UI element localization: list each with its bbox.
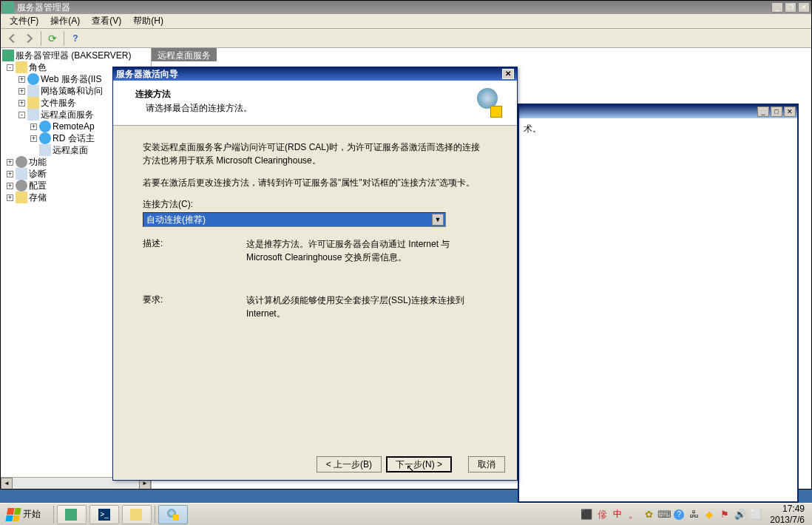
taskbar: 开始 >_ ⬛ 傪 中 。 ✿ ⌨ ? 🖧 ◆ ⚑ 🔊 ⬜ 17:49 2013… xyxy=(0,503,812,525)
volume-icon[interactable]: 🔊 xyxy=(734,509,746,521)
menu-action[interactable]: 操作(A) xyxy=(44,13,86,29)
wizard-header-icon xyxy=(473,88,502,118)
app-icon xyxy=(2,1,14,13)
task-explorer[interactable] xyxy=(122,505,152,524)
ime-dot-icon[interactable]: 。 xyxy=(627,509,639,521)
wizard-header-title: 连接方法 xyxy=(135,88,473,101)
requirement-label: 要求: xyxy=(143,294,246,320)
menu-file[interactable]: 文件(F) xyxy=(4,13,44,29)
start-button[interactable]: 开始 xyxy=(3,505,49,524)
nav-back-button[interactable] xyxy=(4,30,20,47)
wizard-title: 服务器激活向导 xyxy=(116,68,502,81)
taskbar-clock[interactable]: 17:49 2013/7/6 xyxy=(765,504,809,525)
wizard-para-2: 若要在激活后更改连接方法，请转到许可证服务器"属性"对话框的"连接方法"选项卡。 xyxy=(143,176,487,189)
close-button[interactable]: ✕ xyxy=(798,2,810,13)
maximize-button[interactable]: ❐ xyxy=(785,2,796,13)
ime-indicator[interactable]: 中 xyxy=(612,509,623,521)
main-titlebar[interactable]: 服务器管理器 _ ❐ ✕ xyxy=(1,1,811,14)
back-button[interactable]: < 上一步(B) xyxy=(317,456,382,472)
dropdown-arrow-icon[interactable]: ▼ xyxy=(432,214,444,226)
sub-close-button[interactable]: ✕ xyxy=(784,106,796,117)
ime-punct-icon[interactable]: ✿ xyxy=(643,509,654,521)
toolbar: ⟳ ? xyxy=(1,29,811,48)
scroll-left-icon[interactable]: ◄ xyxy=(1,478,13,489)
connection-method-label: 连接方法(C): xyxy=(143,198,487,211)
cancel-button[interactable]: 取消 xyxy=(468,456,505,472)
requirement-text: 该计算机必须能够使用安全套接字层(SSL)连接来连接到 Internet。 xyxy=(246,294,487,320)
minimize-button[interactable]: _ xyxy=(771,2,783,13)
nav-forward-button[interactable] xyxy=(21,30,38,47)
sub-maximize-button[interactable]: □ xyxy=(771,106,782,117)
wizard-para-1: 安装远程桌面服务客户端访问许可证(RDS CAL)时，为许可证服务器激活而选择的… xyxy=(143,140,487,167)
system-tray: ⬛ 傪 中 。 ✿ ⌨ ? 🖧 ◆ ⚑ 🔊 ⬜ 17:49 2013/7/6 xyxy=(578,504,812,525)
menu-view[interactable]: 查看(V) xyxy=(86,13,127,29)
activation-wizard-dialog: 服务器激活向导 ✕ 连接方法 请选择最合适的连接方法。 安装远程桌面服务客户端访… xyxy=(112,67,518,481)
shield-icon[interactable]: ◆ xyxy=(703,509,715,521)
keyboard-icon[interactable]: ⌨ xyxy=(658,509,670,521)
description-text: 这是推荐方法。许可证服务器会自动通过 Internet 与 Microsoft … xyxy=(246,237,487,264)
tray-icon-2[interactable]: 傪 xyxy=(596,509,608,521)
background-dialog: _ □ ✕ 术。 xyxy=(518,104,799,503)
app-title: 服务器管理器 xyxy=(17,1,770,14)
tray-icon-1[interactable]: ⬛ xyxy=(581,509,592,521)
next-button[interactable]: 下一步(N) > xyxy=(386,456,452,472)
connection-method-dropdown[interactable]: 自动连接(推荐) ▼ xyxy=(143,212,446,227)
fragment-text: 术。 xyxy=(524,123,541,135)
windows-logo-icon xyxy=(5,508,21,521)
wizard-titlebar[interactable]: 服务器激活向导 ✕ xyxy=(113,67,517,81)
connection-method-value: 自动连接(推荐) xyxy=(145,214,432,226)
action-center-icon[interactable]: ⬜ xyxy=(750,509,762,521)
menu-help[interactable]: 帮助(H) xyxy=(127,13,169,29)
tree-root[interactable]: 服务器管理器 (BAKSERVER) xyxy=(2,50,149,61)
flag-icon[interactable]: ⚑ xyxy=(719,509,731,521)
menubar: 文件(F) 操作(A) 查看(V) 帮助(H) xyxy=(1,14,811,29)
sub-minimize-button[interactable]: _ xyxy=(757,106,769,117)
wizard-close-button[interactable]: ✕ xyxy=(502,69,514,79)
help-button[interactable]: ? xyxy=(67,30,84,47)
wizard-header-subtitle: 请选择最合适的连接方法。 xyxy=(135,102,473,115)
wizard-header: 连接方法 请选择最合适的连接方法。 xyxy=(113,81,517,126)
task-server-manager[interactable] xyxy=(57,505,87,524)
task-wizard[interactable] xyxy=(158,505,188,524)
help-tray-icon[interactable]: ? xyxy=(674,509,684,520)
task-powershell[interactable]: >_ xyxy=(89,505,119,524)
description-label: 描述: xyxy=(143,237,246,264)
refresh-button[interactable]: ⟳ xyxy=(44,30,61,47)
panel-tab: 远程桌面服务 xyxy=(152,48,217,61)
network-icon[interactable]: 🖧 xyxy=(688,509,700,521)
